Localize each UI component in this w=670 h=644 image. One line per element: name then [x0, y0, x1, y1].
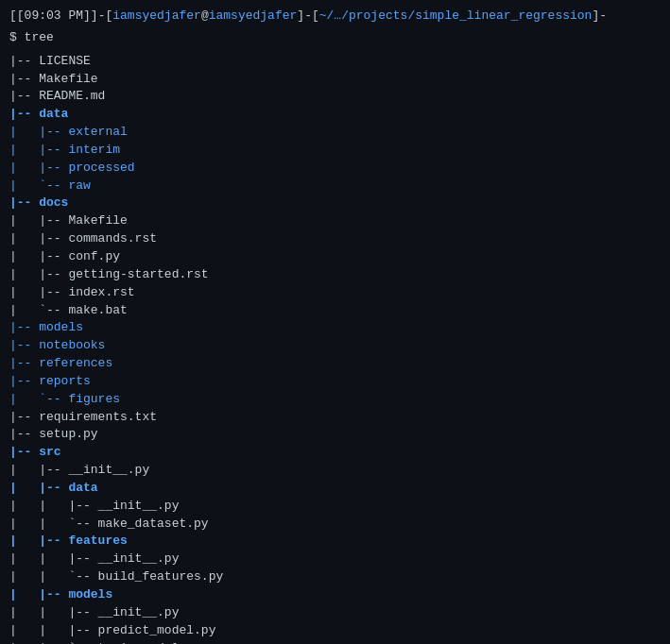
tree-line: | `-- make.bat	[9, 303, 128, 317]
tree-line: |-- setup.py	[9, 427, 98, 441]
bracket-close-1: ]	[91, 8, 98, 23]
bracket-close-2: ]	[297, 8, 304, 23]
prompt-time: [09:03 PM]	[17, 8, 91, 23]
bracket-open-3: [	[312, 8, 319, 23]
tree-line: |-- data	[9, 107, 68, 121]
tree-line: | | |-- __init__.py	[9, 551, 179, 566]
tree-line: |-- models	[9, 320, 83, 334]
tree-line: | `-- figures	[9, 392, 120, 406]
prompt-at: @	[201, 8, 209, 23]
tree-line: | |-- external	[9, 125, 128, 139]
tree-line: | |-- data	[9, 481, 98, 495]
tree-line: | `-- raw	[9, 178, 91, 193]
tree-line: | |-- commands.rst	[9, 231, 157, 246]
tree-line: |-- docs	[9, 195, 68, 210]
tree-output: |-- LICENSE |-- Makefile |-- README.md |…	[9, 53, 661, 644]
tree-line: | | |-- __init__.py	[9, 605, 179, 619]
tree-line: | |-- features	[9, 534, 128, 548]
tree-line: | |-- interim	[9, 143, 120, 157]
tree-line: | | `-- build_features.py	[9, 569, 223, 584]
prompt-path: ~/…/projects/simple_linear_regression	[319, 8, 593, 23]
bracket-open-1: [	[9, 8, 17, 23]
tree-line: | | `-- make_dataset.py	[9, 517, 209, 531]
tree-line: |-- notebooks	[9, 338, 105, 352]
tree-line: | |-- index.rst	[9, 285, 135, 299]
tree-line: | |-- __init__.py	[9, 463, 149, 477]
command-text: tree	[25, 30, 54, 44]
tree-line: | |-- models	[9, 587, 112, 602]
tree-line: | |-- processed	[9, 161, 135, 175]
tree-line: |-- LICENSE	[9, 54, 91, 68]
tree-line: | | `-- train_model.py	[9, 641, 201, 644]
tree-line: |-- src	[9, 445, 61, 459]
tree-line: | | |-- predict_model.py	[9, 623, 215, 637]
tree-line: |-- Makefile	[9, 72, 98, 86]
tree-line: |-- references	[9, 356, 112, 370]
prompt-end: -	[599, 8, 607, 23]
terminal-window: [[09:03 PM]]-[iamsyedjafer@iamsyedjafer]…	[9, 8, 661, 644]
tree-line: |-- reports	[9, 374, 91, 388]
tree-line: | | |-- __init__.py	[9, 499, 179, 513]
tree-line: | |-- getting-started.rst	[9, 267, 209, 281]
prompt-user: iamsyedjafer	[112, 8, 201, 23]
tree-line: | |-- Makefile	[9, 213, 128, 228]
dash-2: -	[304, 8, 312, 23]
tree-line: |-- README.md	[9, 89, 105, 103]
dollar-sign: $	[9, 30, 25, 44]
prompt-host: iamsyedjafer	[209, 8, 298, 23]
tree-line: |-- requirements.txt	[9, 410, 157, 424]
command-line: $ tree	[9, 29, 661, 47]
tree-line: | |-- conf.py	[9, 249, 120, 263]
prompt-line: [[09:03 PM]]-[iamsyedjafer@iamsyedjafer]…	[9, 8, 661, 25]
